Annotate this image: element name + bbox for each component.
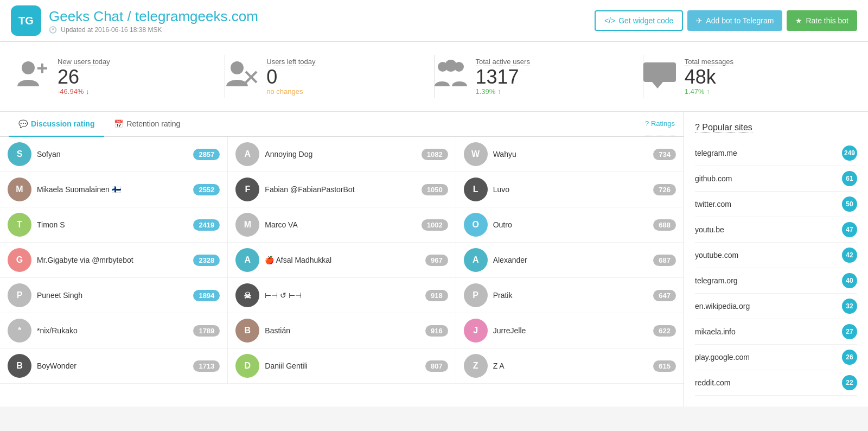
site-count: 27	[842, 324, 857, 339]
avatar: ☠	[235, 283, 259, 307]
avatar: L	[464, 178, 488, 201]
user-row[interactable]: AAlexander687	[456, 243, 684, 278]
user-score: 1894	[193, 290, 220, 301]
site-row[interactable]: twitter.com50	[695, 192, 857, 217]
user-score: 2857	[193, 149, 220, 160]
user-row[interactable]: DDaniil Gentili807	[228, 348, 455, 384]
user-row[interactable]: **nix/Rukako1789	[0, 313, 227, 348]
user-row[interactable]: JJurreJelle622	[456, 313, 684, 348]
tabs-bar: 💬 Discussion rating 📅 Retention rating ?…	[0, 112, 684, 137]
svg-point-0	[22, 61, 35, 74]
stat-users-left-label: Users left today	[266, 58, 315, 66]
logo: TG	[11, 5, 41, 36]
tab-discussion[interactable]: 💬 Discussion rating	[9, 112, 104, 137]
ratings-link[interactable]: ? Ratings	[645, 112, 675, 136]
site-name: telegram.me	[695, 149, 737, 157]
stats-bar: New users today 26 -46.94% ↓ Users left …	[0, 42, 868, 112]
avatar: A	[235, 248, 259, 272]
user-row[interactable]: WWahyu734	[456, 137, 684, 172]
stat-total-messages-change: 1.47% ↑	[685, 87, 733, 96]
user-row[interactable]: OOutro688	[456, 207, 684, 243]
add-bot-button[interactable]: ✈ Add bot to Telegram	[687, 10, 782, 31]
user-row[interactable]: A🍎 Afsal Madhukkal967	[228, 243, 455, 278]
site-count: 249	[842, 145, 857, 161]
stat-new-users-label: New users today	[58, 58, 110, 66]
stat-total-messages-label: Total messages	[685, 58, 733, 66]
user-score: 2419	[193, 219, 220, 231]
site-name: twitter.com	[695, 200, 731, 208]
avatar: P	[8, 283, 31, 307]
site-row[interactable]: en.wikipedia.org32	[695, 294, 857, 319]
site-name: telegram.org	[695, 276, 738, 285]
site-count: 42	[842, 248, 857, 263]
user-score: 967	[425, 255, 448, 266]
site-count: 40	[842, 273, 857, 288]
avatar: B	[235, 319, 259, 343]
avatar: *	[8, 319, 31, 343]
rate-bot-button[interactable]: ★ Rate this bot	[787, 10, 857, 31]
user-row[interactable]: MMarco VA1002	[228, 207, 455, 243]
user-name: Outro	[493, 220, 648, 229]
user-score: 1713	[193, 360, 220, 372]
telegram-icon: ✈	[696, 16, 703, 25]
site-count: 22	[842, 375, 857, 390]
user-score: 647	[653, 290, 676, 301]
user-row[interactable]: PPratik647	[456, 278, 684, 313]
total-active-icon	[435, 58, 467, 95]
user-score: 622	[653, 325, 676, 337]
user-score: 688	[653, 219, 676, 231]
avatar: F	[235, 178, 259, 201]
user-row[interactable]: PPuneet Singh1894	[0, 278, 227, 313]
user-score: 1050	[422, 184, 448, 195]
svg-point-8	[445, 60, 457, 72]
users-left-icon	[225, 58, 258, 95]
site-count: 61	[842, 171, 857, 186]
user-name: Daniil Gentili	[265, 362, 420, 370]
avatar: T	[8, 213, 31, 237]
site-row[interactable]: play.google.com26	[695, 345, 857, 370]
site-row[interactable]: reddit.com22	[695, 370, 857, 396]
site-count: 26	[842, 350, 857, 365]
user-name: BoyWonder	[37, 362, 188, 370]
user-row[interactable]: MMikaela Suomalainen 🇫🇮2552	[0, 172, 227, 207]
get-widget-button[interactable]: </> Get widget code	[595, 10, 683, 31]
header-buttons: </> Get widget code ✈ Add bot to Telegra…	[595, 10, 857, 31]
svg-point-3	[231, 61, 244, 74]
stat-new-users-info: New users today 26 -46.94% ↓	[58, 58, 110, 96]
user-name: Marco VA	[265, 220, 416, 229]
avatar: A	[464, 248, 488, 272]
site-row[interactable]: youtube.com42	[695, 243, 857, 268]
user-row[interactable]: SSofyan2857	[0, 137, 227, 172]
site-row[interactable]: mikaela.info27	[695, 319, 857, 345]
avatar: M	[8, 178, 31, 201]
clock-icon: 🕐	[49, 26, 57, 34]
user-score: 2328	[193, 255, 220, 266]
user-row[interactable]: BBoyWonder1713	[0, 348, 227, 384]
user-row[interactable]: BBastián916	[228, 313, 455, 348]
user-row[interactable]: GMr.Gigabyte via @mrbytebot2328	[0, 243, 227, 278]
user-name: Bastián	[265, 326, 420, 335]
stat-new-users-value: 26	[58, 66, 110, 88]
user-row[interactable]: ☠⊢⊣ ↺ ⊢⊣918	[228, 278, 455, 313]
user-row[interactable]: AAnnoying Dog1082	[228, 137, 455, 172]
stat-total-active: Total active users 1317 1.39% ↑	[435, 58, 643, 96]
user-row[interactable]: ZZ A615	[456, 348, 684, 384]
tab-retention[interactable]: 📅 Retention rating	[104, 112, 190, 137]
user-name: Timon S	[37, 220, 188, 229]
site-row[interactable]: youtu.be47	[695, 217, 857, 243]
avatar: B	[8, 354, 31, 378]
site-row[interactable]: telegram.org40	[695, 268, 857, 294]
user-row[interactable]: LLuvo726	[456, 172, 684, 207]
user-name: Annoying Dog	[265, 150, 416, 159]
site-count: 50	[842, 197, 857, 212]
stat-total-active-change: 1.39% ↑	[476, 87, 530, 96]
site-name: en.wikipedia.org	[695, 302, 750, 310]
user-score: 687	[653, 255, 676, 266]
site-row[interactable]: telegram.me249	[695, 141, 857, 166]
user-row[interactable]: TTimon S2419	[0, 207, 227, 243]
user-row[interactable]: FFabian @FabianPastorBot1050	[228, 172, 455, 207]
page-title: Geeks Chat / telegramgeeks.com	[49, 8, 258, 25]
code-icon: </>	[604, 16, 615, 25]
site-row[interactable]: github.com61	[695, 166, 857, 192]
avatar: G	[8, 248, 31, 272]
